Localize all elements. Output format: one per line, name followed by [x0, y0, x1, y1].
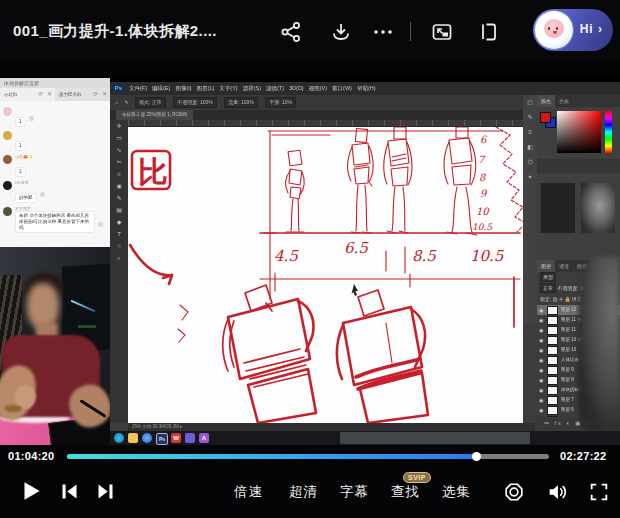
brush-opacity-field[interactable]: 不透明度: 100%: [173, 97, 217, 108]
eye-icon[interactable]: ◉: [539, 405, 545, 415]
chat-message-list[interactable]: 1 1 小鱼🦀✨ 1 DK老师 好的呢: [0, 103, 110, 247]
slice-tool-icon[interactable]: ⌗: [110, 168, 128, 180]
brush-tool-icon[interactable]: ✎: [110, 192, 128, 204]
chat-tab-2[interactable]: 画力提升群 ⟳ ✕: [55, 88, 110, 101]
menu-select[interactable]: 选择(S): [243, 85, 261, 91]
brush-flow-field[interactable]: 流量: 100%: [224, 97, 258, 108]
color-saturation-picker[interactable]: [557, 111, 601, 153]
dock-icon-4[interactable]: ◧: [523, 140, 537, 155]
taskbar-a-icon[interactable]: A: [199, 433, 209, 443]
home-icon[interactable]: ⌂: [115, 99, 118, 105]
menu-view[interactable]: 视图(V): [309, 85, 327, 91]
video-frame[interactable]: Ps文件(F)编辑(E)图像(I)图层(L)文字(Y)选择(S)滤镜(T)3D(…: [0, 75, 620, 445]
fullscreen-button[interactable]: [588, 481, 610, 507]
dock-icon-6[interactable]: ✦: [523, 170, 537, 185]
seek-bar[interactable]: [67, 454, 549, 459]
blend-mode-select[interactable]: 正常: [540, 283, 556, 293]
avatar[interactable]: [3, 155, 12, 164]
eye-icon[interactable]: ◉: [539, 375, 545, 385]
eye-icon[interactable]: ◉: [539, 345, 545, 355]
brush-mode-select[interactable]: 模式: 正常: [135, 97, 166, 108]
seek-thumb[interactable]: [472, 452, 481, 461]
menu-file[interactable]: 文件(F): [129, 85, 147, 91]
menu-layer[interactable]: 图层(L): [197, 85, 215, 91]
tab-channels[interactable]: 通道: [555, 260, 573, 272]
menu-filter[interactable]: 滤镜(T): [266, 85, 284, 91]
menu-window[interactable]: 窗口(W): [332, 85, 352, 91]
speed-button[interactable]: 倍速: [234, 483, 263, 501]
hue-slider[interactable]: [605, 111, 612, 153]
torso-study-a: [223, 285, 316, 423]
avatar[interactable]: [3, 181, 12, 190]
taskbar-folder-icon[interactable]: [128, 433, 138, 443]
eye-icon[interactable]: ◉: [539, 365, 545, 375]
tab-layers[interactable]: 图层: [537, 260, 555, 272]
eye-icon[interactable]: ◉: [539, 385, 545, 395]
layer-filter-select[interactable]: 类型: [540, 272, 556, 282]
marquee-tool-icon[interactable]: ▭: [110, 132, 128, 144]
taskbar-word-icon[interactable]: W: [171, 433, 181, 443]
eye-icon[interactable]: ◉: [539, 395, 545, 405]
lasso-tool-icon[interactable]: ∿: [110, 144, 128, 156]
crop-tool-icon[interactable]: ✂: [110, 156, 128, 168]
download-button[interactable]: [329, 20, 353, 44]
dock-icon-1[interactable]: ◰: [523, 95, 537, 110]
foreground-color-swatch[interactable]: [540, 112, 551, 123]
dock-icon-2[interactable]: ✎: [523, 110, 537, 125]
play-button[interactable]: [18, 478, 44, 508]
quality-button[interactable]: 超清: [289, 483, 318, 501]
mini-window-button[interactable]: [477, 20, 501, 44]
eye-icon[interactable]: ◉: [539, 335, 545, 345]
brush-preset-icon[interactable]: ✎: [124, 99, 128, 105]
volume-button[interactable]: [546, 481, 568, 507]
text-tool-icon[interactable]: T: [110, 228, 128, 240]
document-tab[interactable]: 未标题-1 @ 25%(图层 1, RGB/8): [116, 110, 193, 120]
eye-icon[interactable]: ◉: [539, 305, 545, 315]
tab-swatches[interactable]: 色板: [555, 95, 573, 107]
brush-smoothing-field[interactable]: 平滑: 10%: [265, 97, 296, 108]
menu-help[interactable]: 帮助(H): [357, 85, 376, 91]
drawing-canvas[interactable]: 比: [128, 127, 523, 423]
more-button[interactable]: [371, 20, 395, 44]
refresh-icon[interactable]: ⟳: [93, 88, 98, 101]
menu-3d[interactable]: 3D(D): [289, 85, 304, 91]
stamp-tool-icon[interactable]: ▤: [110, 204, 128, 216]
menu-image[interactable]: 图像(I): [175, 85, 191, 91]
move-tool-icon[interactable]: ✛: [110, 120, 128, 132]
pip-button[interactable]: [430, 20, 454, 44]
previous-episode-button[interactable]: [59, 481, 80, 506]
shape-tool-icon[interactable]: ◆: [110, 216, 128, 228]
zoom-tool-icon[interactable]: ⌕: [110, 252, 128, 264]
taskbar-photoshop-icon[interactable]: Ps: [156, 433, 168, 445]
find-button[interactable]: SVIP 查找: [391, 483, 420, 501]
dock-window-icon: [477, 20, 501, 44]
share-button[interactable]: [279, 20, 303, 44]
dock-icon-3[interactable]: ≡: [523, 125, 537, 140]
eyedropper-tool-icon[interactable]: ◉: [110, 180, 128, 192]
eye-icon[interactable]: ◉: [539, 315, 545, 325]
menu-type[interactable]: 文字(Y): [219, 85, 237, 91]
taskbar-browser-icon[interactable]: [142, 433, 152, 443]
subtitles-button[interactable]: 字幕: [340, 483, 369, 501]
next-episode-button[interactable]: [95, 481, 116, 506]
tab-color[interactable]: 颜色: [537, 95, 555, 107]
dodge-tool-icon[interactable]: ○: [110, 240, 128, 252]
record-button[interactable]: [503, 481, 525, 507]
dock-icon-5[interactable]: ⌬: [523, 155, 537, 170]
refresh-icon[interactable]: ⟳: [38, 88, 43, 101]
eye-icon[interactable]: ◉: [539, 325, 545, 335]
chat-tab-1[interactable]: 小灶群 ⟳ ✕: [0, 88, 55, 101]
menu-edit[interactable]: 编辑(E): [152, 85, 170, 91]
assistant-button[interactable]: Hi ›: [533, 9, 613, 51]
avatar[interactable]: [3, 207, 12, 216]
eye-icon[interactable]: ◉: [539, 355, 545, 365]
avatar[interactable]: [3, 131, 12, 140]
avatar[interactable]: [3, 107, 12, 116]
episodes-button[interactable]: 选集: [442, 483, 471, 501]
layer-lock-buttons[interactable]: 锁定: ▨ ✛ 🔒: [540, 296, 571, 302]
close-icon[interactable]: ✕: [102, 88, 107, 101]
taskbar-gem-icon[interactable]: [185, 433, 195, 443]
taskbar-edge-icon[interactable]: [114, 433, 124, 443]
windows-taskbar: Ps W A: [110, 431, 620, 445]
close-icon[interactable]: ✕: [47, 88, 52, 101]
